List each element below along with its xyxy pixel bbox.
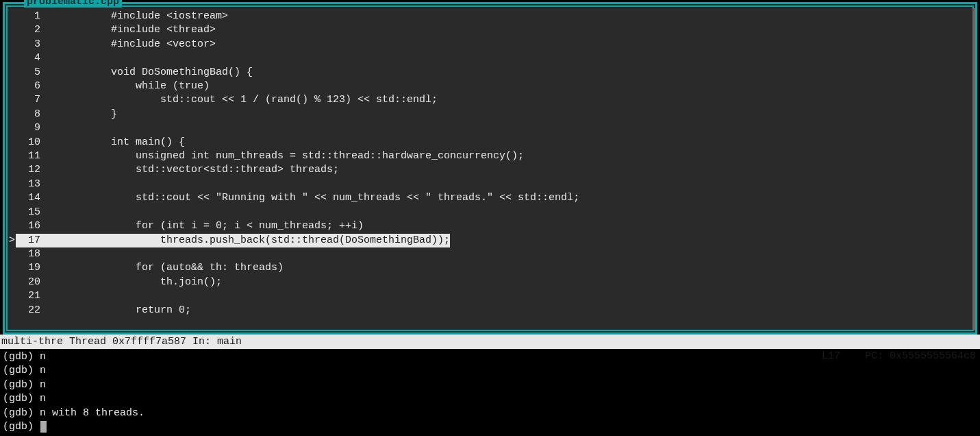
line-number: 11 bbox=[16, 149, 43, 163]
line-number: 12 bbox=[16, 163, 43, 177]
current-line-marker bbox=[8, 247, 16, 261]
line-number: 14 bbox=[16, 191, 43, 205]
line-content: std::cout << "Running with " << num_thre… bbox=[43, 191, 972, 205]
line-number: 10 bbox=[16, 136, 43, 149]
code-line[interactable]: 9 bbox=[8, 121, 972, 135]
code-line[interactable]: 5 void DoSomethingBad() { bbox=[8, 66, 972, 80]
console-line: (gdb) n with 8 threads. bbox=[3, 407, 977, 420]
console-line: (gdb) n bbox=[3, 378, 977, 392]
code-line[interactable]: 21 bbox=[8, 289, 972, 303]
current-line-marker bbox=[8, 149, 16, 163]
line-number: 3 bbox=[16, 38, 43, 51]
code-line[interactable]: 1 #include <iostream> bbox=[8, 10, 972, 23]
line-number: 15 bbox=[16, 206, 43, 219]
line-number: 8 bbox=[16, 108, 43, 121]
line-number: 7 bbox=[16, 93, 43, 107]
code-line[interactable]: 19 for (auto&& th: threads) bbox=[8, 261, 972, 275]
cursor bbox=[40, 421, 47, 433]
code-line[interactable]: 2 #include <thread> bbox=[8, 23, 972, 37]
code-line[interactable]: 18 bbox=[8, 247, 972, 261]
line-number: 2 bbox=[16, 23, 43, 37]
status-thread-info: multi-thre Thread 0x7ffff7a587 In: main bbox=[1, 335, 797, 349]
line-content: return 0; bbox=[43, 304, 972, 317]
current-line-marker bbox=[8, 178, 16, 191]
line-content: for (int i = 0; i < num_threads; ++i) bbox=[43, 219, 972, 233]
status-position: L17 PC: 0x5555555564c8 bbox=[797, 335, 976, 349]
current-line-marker bbox=[8, 23, 16, 37]
line-number: 6 bbox=[16, 80, 43, 93]
line-content: th.join(); bbox=[43, 276, 972, 289]
code-line[interactable]: 12 std::vector<std::thread> threads; bbox=[8, 163, 972, 177]
current-line-marker bbox=[8, 38, 16, 51]
current-line-marker bbox=[8, 80, 16, 93]
current-line-marker bbox=[8, 289, 16, 303]
console-line: (gdb) n bbox=[3, 392, 977, 406]
current-line-marker bbox=[8, 121, 16, 135]
line-content: for (auto&& th: threads) bbox=[43, 261, 972, 275]
code-line[interactable]: >17 threads.push_back(std::thread(DoSome… bbox=[8, 234, 972, 247]
current-line-marker bbox=[8, 304, 16, 317]
line-content: unsigned int num_threads = std::thread::… bbox=[43, 149, 972, 163]
current-line-marker bbox=[8, 108, 16, 121]
source-panel: problematic.cpp 1 #include <iostream> 2 … bbox=[3, 2, 977, 335]
current-line-marker bbox=[8, 261, 16, 275]
line-number: 22 bbox=[16, 304, 43, 317]
line-content bbox=[43, 247, 972, 261]
code-line[interactable]: 22 return 0; bbox=[8, 304, 972, 317]
code-line[interactable]: 7 std::cout << 1 / (rand() % 123) << std… bbox=[8, 93, 972, 107]
current-line-marker bbox=[8, 136, 16, 149]
code-line[interactable]: 16 for (int i = 0; i < num_threads; ++i) bbox=[8, 219, 972, 233]
code-container[interactable]: 1 #include <iostream> 2 #include <thread… bbox=[8, 7, 972, 317]
file-title: problematic.cpp bbox=[24, 0, 122, 8]
code-line[interactable]: 20 th.join(); bbox=[8, 276, 972, 289]
source-inner: 1 #include <iostream> 2 #include <thread… bbox=[6, 5, 974, 331]
line-content: std::cout << 1 / (rand() % 123) << std::… bbox=[43, 93, 972, 107]
line-content: while (true) bbox=[43, 80, 972, 93]
line-content: #include <iostream> bbox=[43, 10, 972, 23]
line-number: 20 bbox=[16, 276, 43, 289]
code-line[interactable]: 15 bbox=[8, 206, 972, 219]
code-line[interactable]: 8 } bbox=[8, 108, 972, 121]
line-content: void DoSomethingBad() { bbox=[43, 66, 972, 80]
current-line-marker bbox=[8, 93, 16, 107]
line-content: int main() { bbox=[43, 136, 972, 149]
current-line-marker bbox=[8, 66, 16, 80]
current-line-marker: > bbox=[8, 234, 16, 247]
status-bar: multi-thre Thread 0x7ffff7a587 In: main … bbox=[0, 335, 980, 349]
status-line: L17 bbox=[822, 350, 840, 362]
current-line-marker bbox=[8, 191, 16, 205]
line-number: 5 bbox=[16, 66, 43, 80]
status-pc: PC: 0x5555555564c8 bbox=[865, 350, 976, 362]
line-content: #include <vector> bbox=[43, 38, 972, 51]
line-number: 17 bbox=[16, 234, 43, 247]
code-line[interactable]: 13 bbox=[8, 178, 972, 191]
line-number: 21 bbox=[16, 289, 43, 303]
code-line[interactable]: 6 while (true) bbox=[8, 80, 972, 93]
line-number: 18 bbox=[16, 247, 43, 261]
line-content: } bbox=[43, 108, 972, 121]
code-line[interactable]: 3 #include <vector> bbox=[8, 38, 972, 51]
scrollbar[interactable] bbox=[972, 8, 975, 330]
current-line-marker bbox=[8, 219, 16, 233]
current-line-marker bbox=[8, 206, 16, 219]
line-number: 9 bbox=[16, 121, 43, 135]
code-line[interactable]: 4 bbox=[8, 51, 972, 65]
current-line-marker bbox=[8, 51, 16, 65]
code-line[interactable]: 11 unsigned int num_threads = std::threa… bbox=[8, 149, 972, 163]
code-line[interactable]: 14 std::cout << "Running with " << num_t… bbox=[8, 191, 972, 205]
line-content bbox=[43, 206, 972, 219]
current-line-marker bbox=[8, 10, 16, 23]
line-number: 1 bbox=[16, 10, 43, 23]
line-content bbox=[43, 289, 972, 303]
line-number: 16 bbox=[16, 219, 43, 233]
line-content bbox=[43, 178, 972, 191]
code-line[interactable]: 10 int main() { bbox=[8, 136, 972, 149]
current-line-marker bbox=[8, 163, 16, 177]
line-number: 19 bbox=[16, 261, 43, 275]
line-number: 13 bbox=[16, 178, 43, 191]
line-content bbox=[43, 51, 972, 65]
console-line: (gdb) n bbox=[3, 364, 977, 378]
current-line-marker bbox=[8, 276, 16, 289]
console-line[interactable]: (gdb) bbox=[3, 420, 977, 434]
line-content: #include <thread> bbox=[43, 23, 972, 37]
